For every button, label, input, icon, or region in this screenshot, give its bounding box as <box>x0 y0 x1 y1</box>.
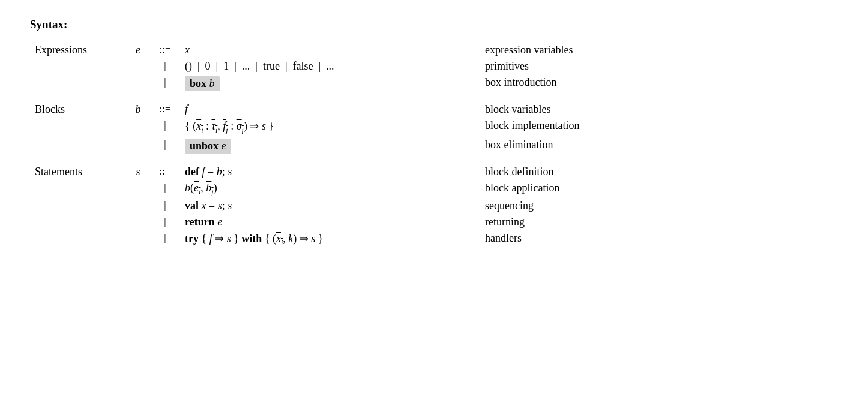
statements-row-5: | try { f ⇒ s } with { (xi, k) ⇒ s } han… <box>30 230 838 249</box>
expressions-pipe-3: | <box>150 74 180 93</box>
blocks-row-3: | unbox e box elimination <box>30 137 838 155</box>
blocks-var-empty2 <box>126 137 150 155</box>
expressions-desc-1: expression variables <box>480 42 838 58</box>
statements-row-3: | val x = s; s sequencing <box>30 198 838 214</box>
statements-var-empty4 <box>126 230 150 249</box>
expressions-prod-2: () | 0 | 1 | ... | true | false | ... <box>180 58 480 74</box>
statements-pipe-4: | <box>150 214 180 230</box>
expressions-var-empty2 <box>126 74 150 93</box>
syntax-section: Syntax: Expressions e ::= x expression v… <box>30 18 838 249</box>
statements-prod-5: try { f ⇒ s } with { (xi, k) ⇒ s } <box>180 230 480 249</box>
statements-desc-5: handlers <box>480 230 838 249</box>
expressions-row-3: | box b box introduction <box>30 74 838 93</box>
expressions-desc-3: box introduction <box>480 74 838 93</box>
blocks-prod-1: f <box>180 101 480 118</box>
statements-prod-2: b(ei, bj) <box>180 180 480 198</box>
blocks-sep: ::= <box>150 101 180 118</box>
blocks-desc-1: block variables <box>480 101 838 118</box>
blocks-var: b <box>126 101 150 118</box>
expressions-category-empty2 <box>30 74 126 93</box>
expressions-row-2: | () | 0 | 1 | ... | true | false | ... … <box>30 58 838 74</box>
statements-pipe-3: | <box>150 198 180 214</box>
statements-category-empty4 <box>30 230 126 249</box>
expressions-prod-3: box b <box>180 74 480 93</box>
statements-sep: ::= <box>150 164 180 180</box>
expressions-var-empty <box>126 58 150 74</box>
statements-var-empty <box>126 180 150 198</box>
statements-category: Statements <box>30 164 126 180</box>
statements-category-empty3 <box>30 214 126 230</box>
blocks-var-empty <box>126 118 150 137</box>
expressions-desc-2: primitives <box>480 58 838 74</box>
spacer-2 <box>30 155 838 164</box>
spacer-1 <box>30 93 838 101</box>
statements-desc-1: block definition <box>480 164 838 180</box>
statements-prod-1: def f = b; s <box>180 164 480 180</box>
statements-desc-2: block application <box>480 180 838 198</box>
expressions-row-1: Expressions e ::= x expression variables <box>30 42 838 58</box>
statements-pipe-5: | <box>150 230 180 249</box>
statements-prod-4: return e <box>180 214 480 230</box>
blocks-prod-2: { (xi : τi, fj : σj) ⇒ s } <box>180 118 480 137</box>
statements-row-2: | b(ei, bj) block application <box>30 180 838 198</box>
statements-category-empty2 <box>30 198 126 214</box>
statements-var-empty3 <box>126 214 150 230</box>
blocks-category-empty <box>30 118 126 137</box>
expressions-sep: ::= <box>150 42 180 58</box>
blocks-prod-3: unbox e <box>180 137 480 155</box>
syntax-title: Syntax: <box>30 18 838 31</box>
expressions-category-empty <box>30 58 126 74</box>
statements-pipe-2: | <box>150 180 180 198</box>
statements-var-empty2 <box>126 198 150 214</box>
blocks-category-empty2 <box>30 137 126 155</box>
blocks-pipe-3: | <box>150 137 180 155</box>
expressions-var: e <box>126 42 150 58</box>
syntax-table: Expressions e ::= x expression variables… <box>30 42 838 249</box>
statements-row-1: Statements s ::= def f = b; s block defi… <box>30 164 838 180</box>
expressions-prod-1: x <box>180 42 480 58</box>
statements-desc-3: sequencing <box>480 198 838 214</box>
blocks-pipe-2: | <box>150 118 180 137</box>
expressions-category: Expressions <box>30 42 126 58</box>
statements-desc-4: returning <box>480 214 838 230</box>
blocks-row-1: Blocks b ::= f block variables <box>30 101 838 118</box>
expressions-pipe-2: | <box>150 58 180 74</box>
statements-category-empty <box>30 180 126 198</box>
statements-var: s <box>126 164 150 180</box>
blocks-category: Blocks <box>30 101 126 118</box>
blocks-row-2: | { (xi : τi, fj : σj) ⇒ s } block imple… <box>30 118 838 137</box>
blocks-desc-2: block implementation <box>480 118 838 137</box>
statements-row-4: | return e returning <box>30 214 838 230</box>
blocks-desc-3: box elimination <box>480 137 838 155</box>
statements-prod-3: val x = s; s <box>180 198 480 214</box>
